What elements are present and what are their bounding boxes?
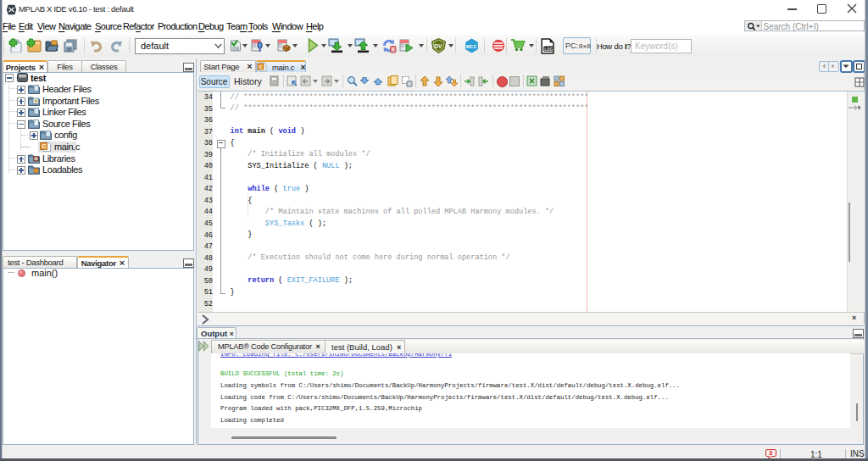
svg-text:C: C [42, 143, 46, 149]
svg-text:DV: DV [434, 43, 442, 49]
svg-text:MCC: MCC [466, 44, 477, 49]
svg-text:3: 3 [769, 450, 772, 456]
svg-text:LOG: LOG [544, 47, 553, 52]
svg-text:C: C [259, 64, 264, 69]
svg-text:SRC: SRC [232, 47, 239, 51]
